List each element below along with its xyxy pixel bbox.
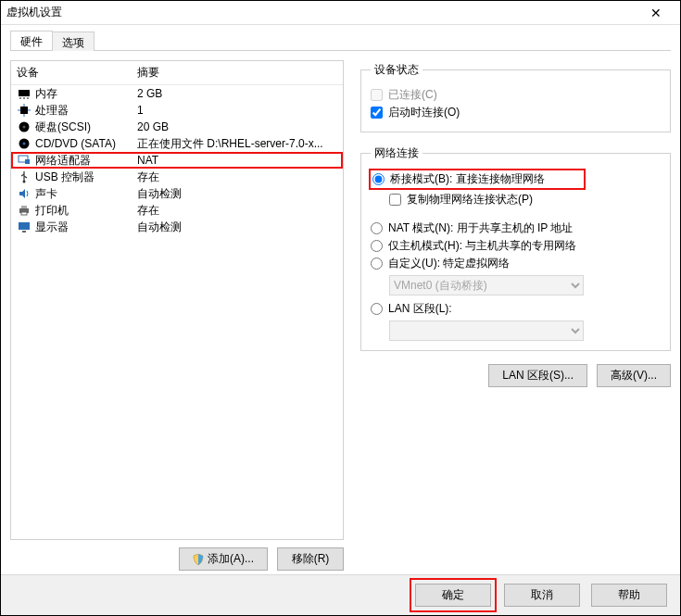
sound-icon <box>17 186 32 201</box>
window-title: 虚拟机设置 <box>6 5 637 20</box>
bridged-label: 桥接模式(B): 直接连接物理网络 <box>390 171 545 187</box>
device-table: 设备 摘要 内存 2 GB 处理器 1 <box>10 60 344 540</box>
custom-radio[interactable] <box>371 258 383 270</box>
tab-options[interactable]: 选项 <box>52 31 95 51</box>
table-row[interactable]: USB 控制器 存在 <box>11 169 343 185</box>
right-panel: 设备状态 已连接(C) 启动时连接(O) 网络连接 桥接模式(B): 直接连接物… <box>360 60 671 571</box>
connect-on-power-checkbox[interactable] <box>371 107 383 119</box>
svg-rect-4 <box>20 107 28 114</box>
device-status-group: 设备状态 已连接(C) 启动时连接(O) <box>360 62 671 132</box>
svg-rect-0 <box>19 90 30 96</box>
nat-radio[interactable] <box>371 222 383 234</box>
connected-checkbox <box>371 89 383 101</box>
hostonly-label: 仅主机模式(H): 与主机共享的专用网络 <box>388 238 576 254</box>
table-row[interactable]: CD/DVD (SATA) 正在使用文件 D:\RHEL-server-7.0-… <box>11 135 343 152</box>
titlebar: 虚拟机设置 ✕ <box>1 1 680 25</box>
shield-icon <box>193 554 204 565</box>
device-table-body: 内存 2 GB 处理器 1 硬盘(SCSI) 20 GB <box>11 85 343 539</box>
replicate-label: 复制物理网络连接状态(P) <box>407 192 533 207</box>
svg-point-12 <box>23 143 26 145</box>
table-row[interactable]: 内存 2 GB <box>11 85 343 102</box>
lan-segment-select <box>389 321 584 341</box>
display-icon <box>17 220 32 234</box>
col-summary-header: 摘要 <box>132 61 343 84</box>
svg-rect-18 <box>21 212 27 215</box>
svg-rect-3 <box>27 97 29 99</box>
table-row[interactable]: 打印机 存在 <box>11 202 343 219</box>
network-connection-legend: 网络连接 <box>371 145 422 161</box>
device-table-header: 设备 摘要 <box>11 61 343 85</box>
ok-highlight: 确定 <box>413 582 493 609</box>
harddisk-icon <box>17 119 32 134</box>
add-button[interactable]: 添加(A)... <box>179 547 268 571</box>
network-icon <box>17 153 32 168</box>
device-status-legend: 设备状态 <box>371 62 422 78</box>
cd-icon <box>17 136 32 151</box>
col-device-header: 设备 <box>11 61 132 84</box>
tab-strip: 硬件 选项 <box>10 31 671 51</box>
svg-rect-2 <box>23 97 25 99</box>
table-row[interactable]: 声卡 自动检测 <box>11 185 343 202</box>
connected-label: 已连接(C) <box>388 87 437 103</box>
svg-rect-17 <box>21 206 27 208</box>
memory-icon <box>17 86 32 101</box>
bridged-radio[interactable] <box>372 173 385 185</box>
network-connection-group: 网络连接 桥接模式(B): 直接连接物理网络 复制物理网络连接状态(P) NAT… <box>360 145 671 351</box>
advanced-button[interactable]: 高级(V)... <box>597 364 671 387</box>
lan-segments-button[interactable]: LAN 区段(S)... <box>488 364 587 387</box>
table-row[interactable]: 处理器 1 <box>11 102 343 119</box>
table-row[interactable]: 硬盘(SCSI) 20 GB <box>11 119 343 135</box>
svg-rect-19 <box>19 222 30 230</box>
svg-rect-1 <box>19 97 21 99</box>
cpu-icon <box>17 103 32 118</box>
remove-button[interactable]: 移除(R) <box>277 547 344 571</box>
table-row[interactable]: 显示器 自动检测 <box>11 219 343 235</box>
tab-hardware[interactable]: 硬件 <box>10 31 53 50</box>
lan-segment-label: LAN 区段(L): <box>388 301 452 317</box>
custom-label: 自定义(U): 特定虚拟网络 <box>388 256 510 271</box>
svg-rect-20 <box>22 231 26 233</box>
printer-icon <box>17 203 32 218</box>
svg-rect-14 <box>25 159 30 164</box>
help-button[interactable]: 帮助 <box>591 584 667 607</box>
close-icon[interactable]: ✕ <box>637 6 675 20</box>
usb-icon <box>17 170 32 184</box>
connect-on-power-label: 启动时连接(O) <box>388 105 460 120</box>
replicate-checkbox[interactable] <box>389 194 401 206</box>
lan-segment-radio[interactable] <box>371 303 383 315</box>
table-row[interactable]: 网络适配器 NAT <box>11 152 343 169</box>
svg-point-15 <box>23 181 26 183</box>
bottom-bar: 确定 取消 帮助 <box>1 574 680 615</box>
left-panel: 设备 摘要 内存 2 GB 处理器 1 <box>10 60 344 571</box>
cancel-button[interactable]: 取消 <box>504 584 580 607</box>
nat-label: NAT 模式(N): 用于共享主机的 IP 地址 <box>388 220 573 236</box>
svg-point-10 <box>23 126 26 129</box>
hostonly-radio[interactable] <box>371 240 383 252</box>
custom-vmnet-select: VMnet0 (自动桥接) <box>389 275 584 295</box>
ok-button[interactable]: 确定 <box>415 584 491 607</box>
content-area: 硬件 选项 设备 摘要 内存 2 GB <box>1 25 680 571</box>
